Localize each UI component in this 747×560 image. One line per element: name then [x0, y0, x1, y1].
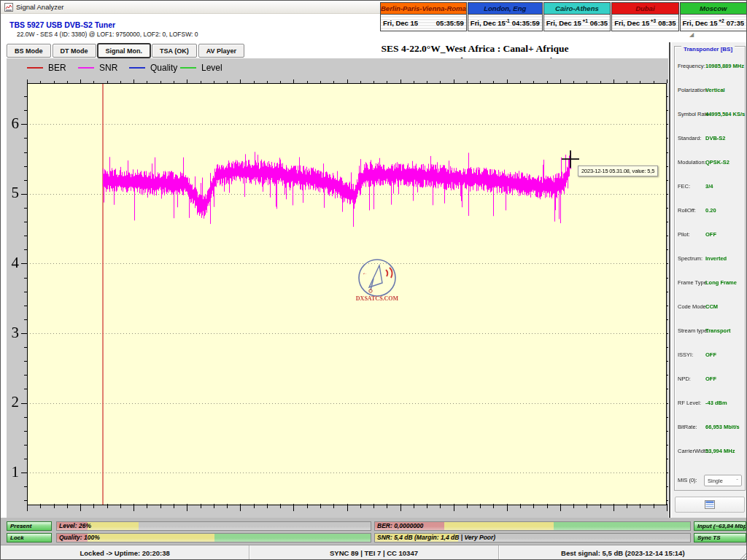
clock-hms: 06:35	[590, 19, 608, 27]
clock-time: Fri, Dec 15+106:35	[544, 15, 610, 31]
bar-label: Quality: 100%	[59, 534, 100, 542]
bar-segment	[554, 522, 690, 530]
quality-bar: Quality: 100%	[56, 533, 371, 542]
transponder-field-row: Standard:DVB-S2	[672, 135, 747, 144]
level-bar: Level: 26%	[56, 521, 371, 531]
field-label: BitRate:	[678, 424, 697, 430]
legend-swatch	[78, 67, 94, 69]
field-label: NPD:	[678, 376, 691, 382]
field-value: Long Frame	[705, 279, 737, 286]
field-label: FEC:	[678, 183, 690, 190]
tab-av-player[interactable]: AV Player	[198, 44, 244, 58]
transponder-field-row: Symbol Rate:44995,584 KS/s	[672, 111, 747, 120]
clock-utc-offset: +1	[582, 18, 587, 23]
field-value: OFF	[705, 351, 716, 358]
transponder-field-row: RF Level:-43 dBm	[672, 400, 747, 408]
transponder-field-row: NPD:OFF	[672, 376, 747, 384]
transponder-field-row: RollOff:0.20	[672, 207, 747, 216]
field-label: Standard:	[678, 135, 702, 141]
clock-date: Fri, Dec 15	[683, 19, 719, 27]
bar-segment	[88, 534, 214, 542]
chevron-down-icon: ˇ	[736, 478, 738, 484]
legend-swatch	[27, 67, 43, 69]
clock-2: London, EngFri, Dec 15-104:35:59	[468, 2, 543, 31]
app-icon	[4, 3, 13, 12]
field-value: Transport	[705, 327, 731, 334]
clock-city-label: Dubai	[612, 3, 678, 15]
clock-date: Fri, Dec 15	[383, 19, 434, 27]
bar-segment	[88, 522, 139, 530]
legend-label: SNR	[99, 63, 117, 73]
transponder-field-row: Pilot:OFF	[672, 231, 747, 240]
clock-date: Fri, Dec 15	[471, 19, 506, 27]
clock-city-label: Moscow	[681, 3, 746, 15]
field-label: RollOff:	[678, 207, 696, 214]
field-value: OFF	[705, 231, 716, 238]
field-value: 3/4	[705, 183, 713, 190]
legend-label: BER	[48, 63, 66, 73]
field-value: Vertical	[705, 87, 725, 93]
cursor-tooltip: 2023-12-15 05.31.08, value: 5,5	[578, 166, 658, 176]
field-value: 53,994 MHz	[705, 448, 735, 454]
clock-city-label: Cairo-Athens	[544, 3, 610, 15]
bar-segments	[57, 522, 371, 530]
tab-signal-mon-[interactable]: Signal Mon.	[98, 44, 151, 58]
bar-label: BER: 0,0000000	[377, 522, 423, 530]
field-value: CCM	[705, 303, 718, 310]
clock-time: Fri, Dec 15+207:35	[681, 15, 746, 31]
transponder-field-row: CarrierWidth:53,994 MHz	[672, 448, 747, 456]
legend-label: Level	[201, 63, 222, 73]
statusbar-section-2: SYNC 89 | TEI 7 | CC 10347	[249, 545, 498, 560]
clock-utc-offset: +3	[651, 18, 656, 23]
clock-date: Fri, Dec 15	[546, 19, 583, 27]
signal-status-strip: PresentLevel: 26%BER: 0,0000000Input (~6…	[1, 518, 747, 545]
transponder-field-row: Polarization:Vertical	[672, 87, 747, 96]
mis-label: MIS (0):	[678, 477, 697, 483]
chart-title-line1: SES 4-22.0°W_West Africa : Canal+ Afriqu…	[314, 42, 635, 55]
field-label: ISSYI:	[678, 351, 693, 358]
clock-date: Fri, Dec 15	[614, 19, 651, 27]
legend-swatch	[180, 67, 196, 69]
tab-dt-mode[interactable]: DT Mode	[53, 44, 96, 58]
log-list-button[interactable]	[675, 497, 745, 513]
transponder-field-row: Modulation:QPSK-S2	[672, 159, 747, 168]
clock-1: Berlin-Paris-Vienna-RomaFri, Dec 1505:35…	[380, 2, 467, 31]
field-label: Pilot:	[678, 231, 690, 238]
transponder-title: Transponder [BS]	[681, 46, 735, 52]
clock-utc-offset: +2	[719, 18, 724, 23]
tab-bs-mode[interactable]: BS Mode	[7, 44, 51, 58]
mis-select[interactable]: Single ˇ	[704, 475, 742, 486]
clock-4: DubaiFri, Dec 15+308:35	[611, 2, 678, 31]
legend-item-quality: Quality	[129, 63, 180, 73]
statusbar-section-1: Locked -> Uptime: 20:20:38	[1, 545, 249, 560]
clock-city-label: Berlin-Paris-Vienna-Roma	[381, 3, 466, 15]
window-title: Signal Analyzer	[16, 3, 63, 11]
lock-badge: Lock	[7, 533, 52, 542]
snr-chart-canvas[interactable]	[7, 58, 668, 518]
ber-bar: BER: 0,0000000	[374, 521, 691, 531]
transponder-field-row: Stream type:Transport	[672, 327, 747, 336]
field-value: OFF	[705, 376, 716, 382]
tab-tsa-ok-[interactable]: TSA (OK)	[152, 44, 197, 58]
field-label: Frequency:	[678, 63, 705, 69]
field-label: Frame Type:	[678, 279, 708, 286]
field-label: Stream type:	[678, 327, 709, 334]
mis-selected-value: Single	[708, 478, 723, 484]
clocks-resize-grip-icon: ◢	[689, 31, 698, 38]
bar-label: SNR: 5,4 dB (Margin: 1,4 dB | Very Poor)	[377, 534, 495, 542]
present-badge: Present	[7, 521, 52, 531]
field-value: 0.20	[705, 207, 716, 214]
watermark-text: DXSATCS.COM	[356, 295, 399, 302]
field-value: Inverted	[705, 255, 727, 262]
field-label: Spectrum:	[678, 255, 703, 262]
statusbar: Locked -> Uptime: 20:20:38SYNC 89 | TEI …	[1, 545, 747, 560]
field-label: Code Mode:	[678, 303, 708, 310]
field-label: Polarization:	[678, 87, 708, 93]
clock-utc-offset: -1	[506, 18, 510, 23]
legend-item-ber: BER	[27, 63, 78, 73]
clock-5: MoscowFri, Dec 15+207:35	[680, 2, 747, 31]
transponder-field-row: Frame Type:Long Frame	[672, 279, 747, 288]
clock-time: Fri, Dec 15-104:35:59	[468, 15, 542, 31]
snr-bar: SNR: 5,4 dB (Margin: 1,4 dB | Very Poor)	[374, 533, 691, 542]
bar-label: Level: 26%	[59, 522, 91, 530]
